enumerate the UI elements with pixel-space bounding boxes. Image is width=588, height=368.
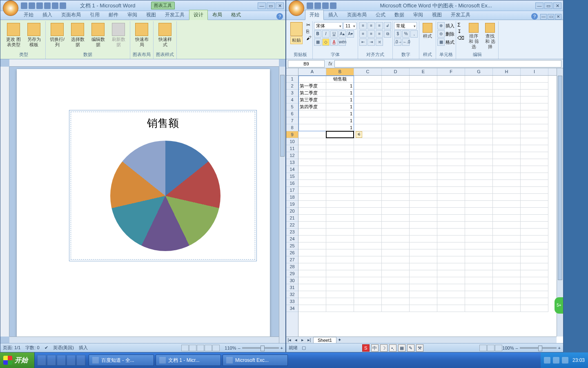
cell-D23[interactable] [382, 229, 410, 236]
cell-E6[interactable] [410, 110, 437, 117]
cell-H9[interactable] [493, 131, 521, 138]
decrease-indent[interactable]: ⇤ [359, 38, 367, 46]
delete-cells-icon[interactable]: ⊖ [437, 30, 445, 38]
column-header-G[interactable]: G [465, 68, 493, 75]
cell-H4[interactable] [493, 96, 521, 103]
cell-D13[interactable] [382, 159, 410, 166]
cell-C16[interactable] [354, 180, 382, 187]
redo-icon[interactable] [322, 2, 329, 9]
column-header-F[interactable]: F [437, 68, 465, 75]
cell-D32[interactable] [382, 291, 410, 298]
zoom-slider[interactable] [242, 347, 279, 349]
sheet-nav-first[interactable]: |◂ [286, 337, 293, 343]
cell-D22[interactable] [382, 222, 410, 229]
row-header-3[interactable]: 3 [286, 90, 298, 96]
cell-C27[interactable] [354, 256, 382, 263]
row-header-4[interactable]: 4 [286, 96, 298, 103]
zoom-level[interactable]: 100% [502, 346, 514, 350]
row-header-23[interactable]: 23 [286, 229, 298, 236]
cell-G18[interactable] [465, 194, 493, 201]
edit-data-button[interactable]: 编辑数据 [89, 22, 107, 48]
cell-F1[interactable] [437, 76, 465, 83]
cell-A22[interactable] [298, 222, 326, 229]
cell-C4[interactable] [354, 96, 382, 103]
cell-C21[interactable] [354, 215, 382, 222]
column-header-E[interactable]: E [410, 68, 437, 75]
cell-D19[interactable] [382, 201, 410, 208]
cell-G15[interactable] [465, 173, 493, 180]
wrap-text-button[interactable]: ↲ [384, 22, 391, 29]
cell-D12[interactable] [382, 152, 410, 159]
row-header-7[interactable]: 7 [286, 117, 298, 124]
cell-E5[interactable] [410, 103, 437, 110]
cell-E10[interactable] [410, 138, 437, 145]
cell-D7[interactable] [382, 117, 410, 124]
cell-D8[interactable] [382, 124, 410, 131]
cell-I10[interactable] [521, 138, 548, 145]
cell-B9[interactable] [326, 131, 354, 138]
cell-D2[interactable] [382, 83, 410, 90]
row-header-6[interactable]: 6 [286, 110, 298, 117]
cell-A28[interactable] [298, 263, 326, 270]
ql-desktop-icon[interactable] [37, 355, 46, 366]
cell-H21[interactable] [493, 215, 521, 222]
cell-A34[interactable] [298, 305, 326, 312]
cell-A5[interactable]: 第四季度 [298, 103, 326, 110]
row-header-24[interactable]: 24 [286, 236, 298, 242]
cell-E24[interactable] [410, 236, 437, 242]
zoom-in-button[interactable]: + [281, 346, 283, 350]
cell-I18[interactable] [521, 194, 548, 201]
delete-cells-label[interactable]: 删除 [445, 31, 454, 37]
cell-G11[interactable] [465, 145, 493, 152]
tab-formulas[interactable]: 公式 [371, 10, 390, 20]
ql-mail-icon[interactable] [57, 355, 66, 366]
cell-A8[interactable] [298, 124, 326, 131]
minimize-button[interactable]: ― [258, 2, 266, 9]
vertical-ruler[interactable] [0, 67, 9, 337]
cell-F18[interactable] [437, 194, 465, 201]
tab-insert[interactable]: 插入 [324, 10, 343, 20]
cell-G20[interactable] [465, 208, 493, 215]
cell-H34[interactable] [493, 305, 521, 312]
cell-E20[interactable] [410, 208, 437, 215]
tray-sogou-icon[interactable] [544, 357, 550, 364]
view-page-layout[interactable] [487, 345, 494, 351]
cell-F27[interactable] [437, 256, 465, 263]
cell-A10[interactable] [298, 138, 326, 145]
cell-A9[interactable] [298, 131, 326, 138]
cell-F30[interactable] [437, 277, 465, 284]
zoom-slider[interactable] [520, 347, 557, 349]
close-button[interactable]: ✕ [553, 2, 561, 9]
row-header-18[interactable]: 18 [286, 194, 298, 201]
tab-page-layout[interactable]: 页面布局 [57, 10, 85, 20]
view-page-break[interactable] [495, 345, 502, 351]
font-color-button[interactable]: A [330, 38, 338, 46]
row-header-14[interactable]: 14 [286, 166, 298, 173]
cut-icon[interactable]: ✂ [306, 22, 311, 28]
switch-row-col-button[interactable]: 切换行/列 [48, 22, 66, 48]
pie-chart[interactable] [110, 141, 220, 251]
ime-tools-icon[interactable]: ⚒ [416, 344, 423, 352]
view-normal[interactable] [479, 345, 487, 351]
cell-I19[interactable] [521, 201, 548, 208]
cell-B30[interactable] [326, 277, 354, 284]
cell-B4[interactable]: 1 [326, 96, 354, 103]
undo-icon[interactable] [314, 2, 321, 9]
tab-chart-layout[interactable]: 布局 [208, 10, 227, 20]
cell-H13[interactable] [493, 159, 521, 166]
cell-B3[interactable]: 1 [326, 90, 354, 96]
cell-F4[interactable] [437, 96, 465, 103]
cell-H29[interactable] [493, 270, 521, 277]
cell-I20[interactable] [521, 208, 548, 215]
side-badge[interactable]: 5+ [555, 297, 563, 314]
start-button[interactable]: 开始 [0, 352, 35, 368]
row-header-12[interactable]: 12 [286, 152, 298, 159]
cell-H19[interactable] [493, 201, 521, 208]
cell-I2[interactable] [521, 83, 548, 90]
align-right[interactable]: ≡ [376, 30, 383, 38]
qat-more-icon[interactable] [60, 2, 66, 9]
cell-C13[interactable] [354, 159, 382, 166]
view-outline[interactable] [205, 345, 212, 351]
cell-D1[interactable] [382, 76, 410, 83]
cell-E31[interactable] [410, 284, 437, 291]
